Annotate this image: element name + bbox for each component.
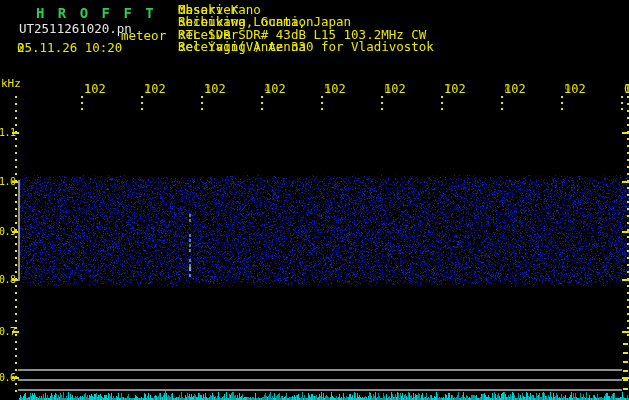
y-axis-dotted-line-left xyxy=(15,96,17,392)
x-axis-label: 1026 xyxy=(332,83,384,96)
x-axis-label: 1024 xyxy=(212,83,264,96)
x-axis-label: 1029 xyxy=(512,83,564,96)
x-axis-tick xyxy=(321,96,323,110)
x-axis-label: 1021 xyxy=(32,83,84,96)
x-label-last-digit: 4 xyxy=(264,83,271,96)
x-axis-label: 1027 xyxy=(392,83,444,96)
reference-line-2 xyxy=(18,379,622,381)
x-axis-tick xyxy=(381,96,383,110)
x-axis-tick xyxy=(141,96,143,110)
x-axis-tick xyxy=(81,96,83,110)
info-value: 3el Yagi(V) Az 330 for Vladivostok xyxy=(178,41,434,53)
x-axis-tick xyxy=(201,96,203,110)
x-axis-label: 1028 xyxy=(452,83,504,96)
x-axis-label: 1023 xyxy=(152,83,204,96)
spectrogram-canvas xyxy=(0,0,629,400)
x-label-last-digit: 6 xyxy=(384,83,391,96)
x-label-last-digit: 9 xyxy=(564,83,571,96)
x-axis-label: 1030 xyxy=(572,83,624,96)
output-filename: UT2511261020.pn xyxy=(19,21,132,36)
x-label-last-digit: 3 xyxy=(204,83,211,96)
x-axis-tick xyxy=(621,96,623,110)
x-label-last-digit: 0 xyxy=(624,83,629,96)
datetime-label: 25.11.26 10:20 xyxy=(17,40,122,55)
info-row: Receiving Antenna:3el Yagi(V) Az 330 for… xyxy=(178,41,628,53)
x-label-last-digit: 2 xyxy=(144,83,151,96)
mode-label: meteor xyxy=(121,28,166,43)
x-label-last-digit: 1 xyxy=(84,83,91,96)
bottom-scale-dashes-right xyxy=(623,343,628,396)
y-axis-unit: kHz xyxy=(1,77,21,90)
reference-line-1 xyxy=(18,369,622,371)
x-axis-tick xyxy=(441,96,443,110)
x-axis-label: 1022 xyxy=(92,83,144,96)
hrofft-display: H R O F F T UT2511261020.pn meteor 25.11… xyxy=(0,0,629,400)
app-title: H R O F F T xyxy=(36,5,156,21)
reference-line-3 xyxy=(18,389,622,391)
echo-count-dots: .. xyxy=(17,40,32,55)
passband-marker-line xyxy=(18,180,20,281)
x-label-last-digit: 5 xyxy=(324,83,331,96)
x-label-last-digit: 7 xyxy=(444,83,451,96)
x-label-last-digit: 8 xyxy=(504,83,511,96)
x-axis-tick xyxy=(501,96,503,110)
station-info: Observer:Masaki KanoReceiving Location:S… xyxy=(178,4,628,53)
x-axis-label: 1025 xyxy=(272,83,324,96)
x-axis-tick xyxy=(561,96,563,110)
x-axis-tick xyxy=(261,96,263,110)
